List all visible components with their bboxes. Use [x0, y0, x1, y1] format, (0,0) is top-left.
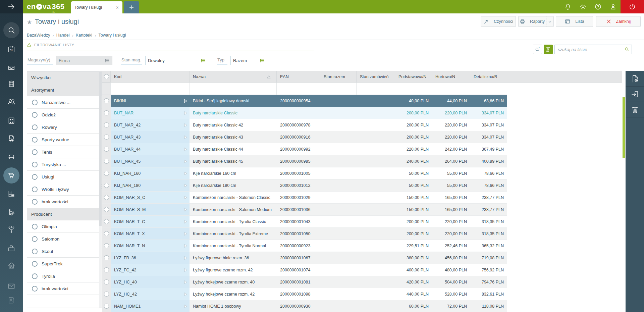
category-item[interactable]: brak wartości — [27, 196, 102, 208]
row-radio-cell[interactable] — [102, 119, 111, 131]
column-header-6[interactable]: Hurtowa/N — [432, 71, 470, 83]
filter-funnel-button[interactable] — [544, 45, 553, 54]
row-expand-arrow-icon[interactable] — [183, 280, 188, 284]
row-expand-arrow-icon[interactable] — [183, 292, 188, 297]
column-header-5[interactable]: Podstawowa/N — [395, 71, 432, 83]
table-row[interactable]: BUT_NAR Buty narciarskie Classic 200,00 … — [102, 107, 507, 119]
sidebar-item-production[interactable] — [0, 189, 23, 199]
sidebar-item-calculator[interactable] — [0, 116, 23, 125]
column-header-7[interactable]: Detaliczna/B — [470, 71, 507, 83]
magazyny-dropdown[interactable]: Firma — [56, 56, 112, 65]
radio-circle-icon[interactable] — [104, 74, 109, 79]
row-expand-arrow-icon[interactable] — [183, 256, 188, 260]
radio-circle-icon[interactable] — [104, 147, 109, 152]
sidebar-item-workflow[interactable] — [0, 225, 23, 235]
new-tab-button[interactable]: + — [124, 1, 139, 13]
radio-circle-icon[interactable] — [32, 224, 38, 229]
sidebar-item-cart-active[interactable] — [0, 171, 23, 180]
row-radio-cell[interactable] — [102, 143, 111, 155]
breadcrumb-link[interactable]: Handel — [56, 33, 70, 38]
row-expand-arrow-icon[interactable] — [183, 207, 188, 212]
row-expand-arrow-icon[interactable] — [183, 171, 188, 176]
row-radio-cell[interactable] — [102, 228, 111, 240]
table-row[interactable]: KOM_NAR_T_C Kombinezon narciarski - Tyro… — [102, 216, 507, 228]
sidebar-item-contact-card[interactable] — [0, 296, 23, 305]
radio-circle-icon[interactable] — [104, 267, 109, 272]
filter-cell-6[interactable] — [432, 83, 470, 95]
help-button[interactable] — [590, 0, 605, 13]
row-radio-cell[interactable] — [102, 288, 111, 300]
radio-circle-icon[interactable] — [32, 199, 38, 205]
row-expand-arrow-icon[interactable] — [183, 147, 188, 152]
table-row[interactable]: KOM_NAR_T_X Kombinezon narciarski - Tyro… — [102, 228, 507, 240]
sidebar-item-delivery-documents[interactable] — [0, 134, 23, 143]
radio-circle-icon[interactable] — [104, 98, 109, 103]
category-item[interactable]: Narciarstwo ... — [27, 96, 102, 109]
zamknij-button[interactable]: Zamknij — [596, 16, 641, 27]
row-radio-cell[interactable] — [102, 95, 111, 107]
row-expand-arrow-icon[interactable] — [183, 159, 188, 164]
radio-circle-icon[interactable] — [32, 261, 38, 267]
filter-cell-3[interactable] — [320, 83, 357, 95]
radio-circle-icon[interactable] — [104, 195, 109, 200]
sidebar-item-mail[interactable] — [0, 281, 23, 291]
radio-circle-icon[interactable] — [104, 207, 109, 212]
radio-circle-icon[interactable] — [32, 137, 38, 143]
radio-circle-icon[interactable] — [32, 100, 38, 105]
category-all[interactable]: Wszystko — [27, 71, 102, 84]
sidebar-item-hierarchy[interactable] — [0, 208, 23, 217]
row-radio-cell[interactable] — [102, 107, 111, 119]
table-row[interactable]: BUT_NAR_43 Buty narciarskie Classic 43 2… — [102, 131, 507, 143]
sidebar-item-vehicle[interactable] — [0, 151, 23, 161]
row-expand-arrow-icon[interactable] — [183, 111, 188, 115]
table-row[interactable]: BUT_NAR_44 Buty narciarskie Classic 44 2… — [102, 143, 507, 155]
radio-circle-icon[interactable] — [32, 273, 38, 279]
sidebar-item-contacts[interactable] — [0, 97, 23, 106]
czynnosci-button[interactable]: Czynności — [481, 16, 516, 27]
category-item[interactable]: Wrotki i łyżwy — [27, 183, 102, 196]
advanced-search-button[interactable]: * — [533, 45, 542, 54]
table-row[interactable]: KIJ_NAR_180 Kije narciarskie 180 cm 2000… — [102, 179, 507, 192]
radio-circle-icon[interactable] — [32, 112, 38, 118]
filter-cell-2[interactable] — [277, 83, 320, 95]
breadcrumb-link[interactable]: Towary i usługi — [98, 33, 126, 38]
raporty-dropdown-button[interactable] — [546, 16, 554, 27]
sidebar-item-search[interactable] — [0, 25, 23, 35]
row-radio-cell[interactable] — [102, 240, 111, 252]
tab-towary-i-uslugi[interactable]: Towary i usługi x — [71, 1, 122, 13]
raporty-button[interactable]: Raporty — [518, 16, 546, 27]
table-row[interactable]: KIJ_NAR_160 Kije narciarskie 160 cm 2000… — [102, 167, 507, 179]
radio-circle-icon[interactable] — [104, 243, 109, 248]
table-row[interactable]: BUT_NAR_45 Buty narciarskie Classic 45 2… — [102, 155, 507, 167]
table-row[interactable]: LYZ_HC_42 Łyżwy hokejowe czarne rozm. 42… — [102, 288, 507, 300]
row-expand-arrow-icon[interactable] — [183, 195, 188, 200]
category-item[interactable]: Salomon — [27, 233, 102, 245]
row-radio-cell[interactable] — [102, 131, 111, 143]
radio-circle-icon[interactable] — [32, 236, 38, 242]
search-icon[interactable] — [624, 46, 630, 52]
category-item[interactable]: Olimpia — [27, 220, 102, 233]
table-scrollbar-thumb[interactable] — [623, 97, 625, 158]
row-expand-arrow-icon[interactable] — [183, 123, 188, 127]
column-header-3[interactable]: Stan razem — [320, 71, 357, 83]
category-item[interactable]: brak wartości — [27, 282, 102, 295]
column-header-4[interactable]: Stan zamówień — [357, 71, 395, 83]
sidebar-item-crm-home[interactable] — [0, 261, 23, 270]
radio-circle-icon[interactable] — [104, 219, 109, 224]
row-radio-cell[interactable] — [102, 204, 111, 215]
radio-circle-icon[interactable] — [32, 162, 38, 167]
open-record-button[interactable] — [626, 87, 644, 102]
typ-dropdown[interactable]: Razem — [230, 56, 267, 65]
column-header-2[interactable]: EAN — [277, 71, 320, 83]
table-row[interactable]: LYZ_FC_42 Łyżwy figurowe czarne rozm. 42… — [102, 264, 507, 276]
row-expand-arrow-icon[interactable] — [183, 99, 188, 103]
radio-circle-icon[interactable] — [32, 187, 38, 192]
row-radio-cell[interactable] — [102, 179, 111, 191]
row-expand-arrow-icon[interactable] — [183, 304, 188, 309]
category-item[interactable]: Turystyka ... — [27, 158, 102, 171]
row-radio-cell[interactable] — [102, 216, 111, 227]
table-row[interactable]: LYZ_HC_40 Łyżwy hokejowe czarne rozm. 40… — [102, 276, 507, 288]
radio-circle-icon[interactable] — [104, 110, 109, 115]
category-group-header[interactable]: Producent — [27, 208, 102, 220]
breadcrumb-link[interactable]: Kartoteki — [76, 33, 92, 38]
